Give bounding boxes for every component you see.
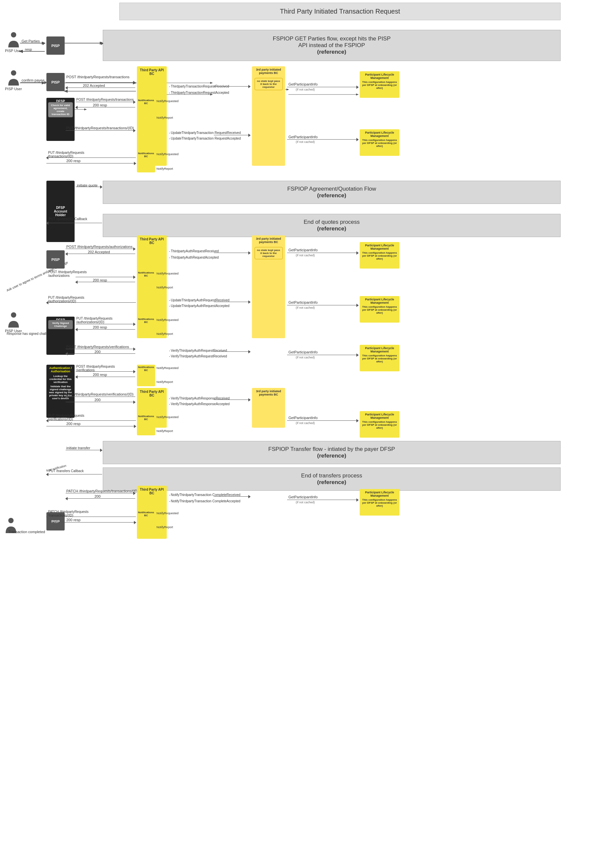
line-put-auth-id-dfsp bbox=[76, 324, 135, 324]
initiate-transfer-label: initiate transfer bbox=[66, 446, 90, 450]
events-col5: VerifyThirdpartyAuthRequestReceived Veri… bbox=[169, 349, 227, 358]
notify-report-6: NotifyReport bbox=[156, 429, 173, 432]
if-not-cached-2: (If not cached) bbox=[296, 140, 315, 144]
plm-box-final: Participant Lifecycle Management This co… bbox=[360, 489, 400, 516]
accepted-202-label: 202 Accepted bbox=[83, 84, 105, 88]
line-pisp-to-ref bbox=[65, 43, 103, 43]
line-confirm-payee bbox=[20, 82, 46, 82]
line-200-5 bbox=[76, 377, 135, 377]
plm-box-6: Participant Lifecycle Management This co… bbox=[360, 411, 400, 438]
notif-bc-4: Notifications BC bbox=[137, 317, 155, 338]
line-post-auth bbox=[66, 249, 135, 249]
person-icon-3 bbox=[8, 312, 20, 328]
line-put-transfers bbox=[46, 474, 102, 474]
get-participant-3: GetParticipantInfo bbox=[288, 248, 317, 252]
get-participant-final: GetParticipantInfo bbox=[288, 495, 317, 499]
line-post-auth-dfsp bbox=[76, 277, 135, 277]
no-state-kept-1: no state kept pass it back to the reques… bbox=[255, 78, 283, 90]
resp-200-6: 200 bbox=[94, 398, 101, 402]
line-initiate-quote bbox=[76, 187, 102, 187]
svg-point-14 bbox=[8, 518, 14, 523]
put-auth-id-dfsp-label: PUT /thirdpartyRequests /authorizations/… bbox=[76, 317, 112, 324]
events-col6: VerifyThirdpartyAuthResponseReceived Ver… bbox=[169, 397, 230, 406]
ref-box-agreement: FSPIOP Agreement/Quotation Flow (referen… bbox=[103, 181, 561, 204]
line-gpi-6 bbox=[287, 420, 358, 421]
line-events-to-payments-4 bbox=[214, 302, 250, 302]
resp-200-1: 200 resp bbox=[93, 103, 107, 107]
notify-report-3: NotifyReport bbox=[156, 286, 173, 289]
no-state-kept-2: no state kept pass it back to the reques… bbox=[255, 247, 283, 259]
notif-bc-2: Notifications BC bbox=[137, 151, 155, 172]
line-post-verif-auth bbox=[76, 371, 135, 372]
plm-box-2: Participant Lifecycle Management This co… bbox=[360, 129, 400, 156]
events-col4: UpdateThirdpartyAuthRequestReceived Upda… bbox=[169, 298, 229, 308]
resp-200-5: 200 resp bbox=[93, 373, 107, 377]
plm-box-5: Participant Lifecycle Management This co… bbox=[360, 345, 400, 371]
notif-bc-1: Notifications BC bbox=[137, 98, 155, 122]
get-parties-label: Get Parties bbox=[22, 39, 40, 43]
dfsp-account-holder-1: DFSP Account Holder bbox=[46, 181, 74, 242]
notify-report-final: NotifyReport bbox=[156, 525, 173, 529]
line-post-tx-dfsp bbox=[76, 102, 135, 102]
put-auth-id-label: PUT /thirdpartyRequests /authorizations/… bbox=[48, 296, 84, 303]
transaction-completed-label: Transaction completed bbox=[8, 530, 45, 534]
line-gpi-3 bbox=[287, 253, 358, 253]
patch-tx-id-label: PATCH /thirdpartyRequests/transactions/(… bbox=[66, 489, 139, 493]
post-verif-label: POST /thirdpartyRequests/verifications bbox=[66, 345, 129, 349]
put-tx-id-label: PUT /thirdpartyRequests/transactions/(ID… bbox=[66, 126, 134, 130]
line-200-patch bbox=[66, 498, 135, 499]
pisp-box-1: PISP bbox=[46, 36, 65, 55]
line-200-7 bbox=[46, 426, 136, 426]
post-transactions-label: POST /thirdpartyRequests/transactions bbox=[66, 75, 130, 79]
pisp-box-3: PISP bbox=[46, 250, 65, 268]
line-put-verif-id-2 bbox=[46, 420, 136, 421]
notify-requested-5: NotifyRequested bbox=[156, 366, 179, 370]
line-initiate-transfer bbox=[66, 450, 102, 450]
line-resp bbox=[20, 51, 45, 51]
if-not-cached-6: (If not cached) bbox=[296, 422, 315, 425]
notify-requested-1: NotifyRequested bbox=[156, 99, 179, 103]
line-put-quotes bbox=[46, 223, 102, 223]
person-icon-1 bbox=[8, 31, 20, 48]
notify-report-1: NotifyReport bbox=[156, 116, 173, 119]
plm-box-1: Participant Lifecycle Management This co… bbox=[360, 71, 400, 98]
post-auth-dfsp-label: POST /thirdpartyRequests /authorizations bbox=[48, 270, 87, 277]
actor-pisp-user-3: PISP User bbox=[5, 312, 22, 333]
resp-200-8: 200 resp bbox=[66, 518, 81, 522]
resp-200-2: 200 resp bbox=[66, 159, 81, 163]
events-col7: NotifyThirdpartyTransaction CompleteRece… bbox=[169, 493, 240, 503]
notify-requested-2: NotifyRequested bbox=[156, 152, 179, 156]
main-title: Third Party Initiated Transaction Reques… bbox=[119, 3, 561, 20]
notify-requested-4: NotifyRequested bbox=[156, 318, 179, 322]
patch-tx-id-2-label: PATCH /thirdpartyRequests /transactions/… bbox=[48, 510, 88, 517]
line-patch-tx-id-2 bbox=[46, 516, 136, 517]
line-events-to-payments-final bbox=[214, 496, 250, 497]
notify-report-2: NotifyReport bbox=[156, 167, 173, 170]
line-200-v bbox=[66, 353, 135, 354]
get-participant-5: GetParticipantInfo bbox=[288, 350, 317, 354]
ref-box-transfers-end: End of transfers process (reference) bbox=[103, 468, 561, 491]
put-verif-id-label: PUT /thirdpartyRequests/verifications/(I… bbox=[66, 392, 133, 396]
line-gpi-4 bbox=[287, 305, 358, 305]
resp-200-patch: 200 bbox=[94, 494, 101, 498]
line-200-2 bbox=[46, 163, 136, 163]
post-verif-auth-label: POST /thirdpartyRequests /verifications bbox=[76, 365, 115, 372]
notify-requested-3: NotifyRequested bbox=[156, 272, 179, 275]
line-put-tx-id bbox=[66, 130, 135, 131]
confirm-payee-label: confirm payee bbox=[22, 78, 45, 82]
ref-box-quotes-end: End of quotes process (reference) bbox=[103, 214, 561, 237]
notif-bc-6: Notifications BC bbox=[137, 414, 155, 436]
notify-report-5: NotifyReport bbox=[156, 380, 173, 384]
post-auth-label: POST /thirdpartyRequests/authorizations bbox=[66, 245, 133, 249]
notif-bc-5: Notifications BC bbox=[137, 365, 155, 386]
line-post-tx bbox=[66, 82, 135, 82]
payments-bc-3: 3rd party initiated payments BC bbox=[252, 388, 285, 428]
line-events-to-payments-5 bbox=[214, 352, 250, 352]
get-participant-2: GetParticipantInfo bbox=[288, 135, 317, 139]
line-patch-tx-id bbox=[66, 493, 135, 493]
line-200-3 bbox=[76, 282, 135, 282]
line-200-4 bbox=[76, 329, 135, 330]
line-gpi-final bbox=[287, 500, 358, 500]
get-participant-1: GetParticipantInfo bbox=[288, 82, 317, 86]
ref-box-get-parties: FSPIOP GET Parties flow, except hits the… bbox=[103, 30, 561, 61]
